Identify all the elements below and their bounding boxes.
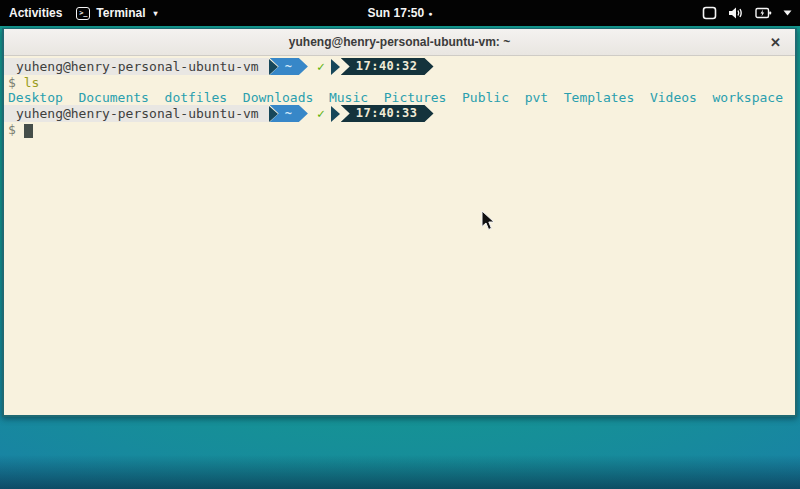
powerline-chevron-icon [331,106,340,122]
directory-name: Music [329,90,368,105]
prompt-time-segment: 17:40:32 [341,58,434,75]
directory-name: Downloads [243,90,313,105]
volume-icon [728,6,744,20]
directory-name: dotfiles [165,90,228,105]
ls-output-row: Desktop Documents dotfiles Downloads Mus… [4,90,795,105]
prompt-status-check-icon: ✓ [308,58,331,75]
terminal-window: yuheng@henry-personal-ubuntu-vm: ~ ✕ yuh… [2,28,797,417]
text-cursor-block [24,124,33,138]
mouse-pointer-icon [481,210,495,231]
prompt-time-segment: 17:40:33 [341,105,434,122]
directory-name: Pictures [384,90,447,105]
prompt-user-host: yuheng@henry-personal-ubuntu-vm [4,58,269,75]
typed-command: ls [24,75,40,90]
directory-name: workspace [713,90,783,105]
directory-name: pvt [525,90,548,105]
system-chevron-down-icon [783,10,792,16]
prompt-line: yuheng@henry-personal-ubuntu-vm ~ ✓ 17:4… [4,58,795,75]
shell-prompt-symbol: $ [8,122,16,137]
close-button[interactable]: ✕ [770,29,781,55]
prompt-status-check-icon: ✓ [308,105,331,122]
shell-prompt-symbol: $ [8,75,16,90]
command-line: $ ls [4,75,795,90]
top-bar: Activities >_ Terminal ▾ Sun 17:50 ● [0,0,800,26]
window-title: yuheng@henry-personal-ubuntu-vm: ~ [289,35,510,49]
system-status-area[interactable] [702,0,792,26]
prompt-user-host: yuheng@henry-personal-ubuntu-vm [4,105,269,122]
directory-name: Templates [564,90,634,105]
directory-name: Desktop [8,90,63,105]
window-titlebar[interactable]: yuheng@henry-personal-ubuntu-vm: ~ ✕ [4,29,795,56]
notification-dot-icon: ● [428,10,432,17]
directory-name: Public [462,90,509,105]
clock-button[interactable]: Sun 17:50 ● [0,6,800,20]
input-line[interactable]: $ [4,122,795,137]
directory-name: Videos [650,90,697,105]
terminal-viewport[interactable]: yuheng@henry-personal-ubuntu-vm ~ ✓ 17:4… [4,56,795,415]
clock-label: Sun 17:50 [368,6,425,20]
prompt-line: yuheng@henry-personal-ubuntu-vm ~ ✓ 17:4… [4,105,795,122]
directory-name: Documents [78,90,148,105]
display-icon [702,6,717,20]
battery-charging-icon [755,6,772,20]
powerline-chevron-icon [331,59,340,75]
